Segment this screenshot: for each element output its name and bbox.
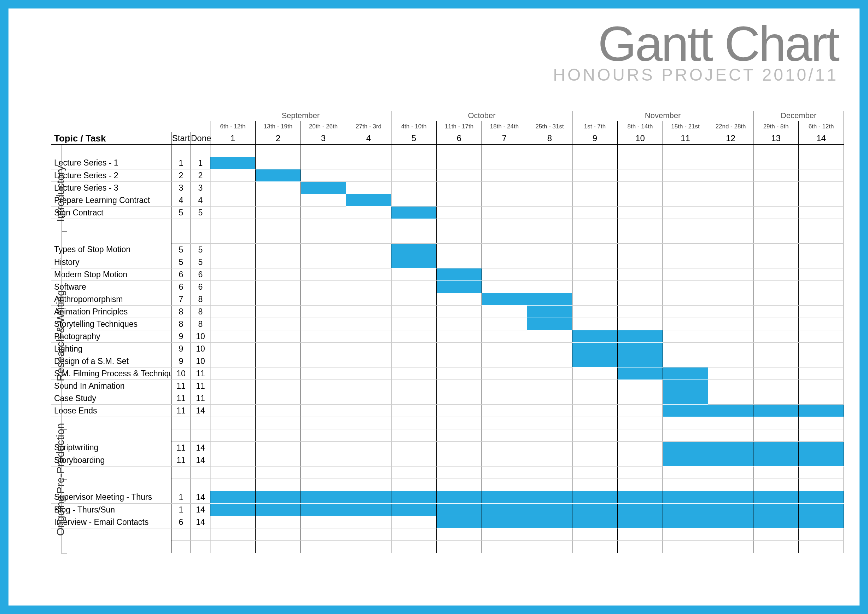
task-name: Interview - Email Contacts: [51, 516, 172, 529]
gantt-cell: [346, 330, 391, 343]
gantt-cell: [437, 256, 482, 268]
gantt-bar: [618, 491, 663, 504]
gantt-cell: [256, 355, 301, 367]
gantt-cell: [391, 330, 437, 343]
gantt-bar: [663, 380, 708, 392]
gantt-cell: [210, 305, 256, 318]
gantt-cell: [256, 380, 301, 392]
gantt-cell: [437, 330, 482, 343]
task-done: 14: [191, 442, 210, 454]
gantt-cell: [346, 454, 391, 467]
week-range: 29th - 5th: [753, 121, 799, 132]
col-header-task: Topic / Task: [51, 132, 172, 145]
gantt-cell: [391, 268, 437, 281]
task-name: [51, 529, 172, 541]
gantt-cell: [437, 194, 482, 206]
gantt-cell: [618, 442, 663, 454]
gantt-bar: [391, 491, 437, 504]
gantt-cell: [256, 281, 301, 293]
task-name: [51, 145, 172, 157]
spacer-row: [51, 417, 844, 429]
gantt-cell: [437, 442, 482, 454]
gantt-bar: [708, 442, 753, 454]
gantt-cell: [572, 529, 618, 541]
gantt-cell: [437, 417, 482, 429]
gantt-table: SeptemberOctoberNovemberDecember6th - 12…: [51, 111, 844, 553]
gantt-cell: [210, 182, 256, 194]
gantt-cell: [391, 442, 437, 454]
task-name: Anthropomorphism: [51, 293, 172, 305]
task-row: S.M. Filming Process & Techniques1011: [51, 367, 844, 380]
gantt-cell: [753, 467, 799, 479]
gantt-cell: [618, 454, 663, 467]
gantt-cell: [799, 355, 844, 367]
page-subtitle: HONOURS PROJECT 2010/11: [553, 65, 838, 85]
gantt-cell: [210, 145, 256, 157]
gantt-cell: [346, 231, 391, 244]
gantt-cell: [437, 529, 482, 541]
gantt-cell: [210, 231, 256, 244]
gantt-cell: [437, 429, 482, 442]
gantt-cell: [437, 157, 482, 169]
gantt-cell: [256, 244, 301, 256]
gantt-cell: [256, 330, 301, 343]
gantt-bar: [708, 454, 753, 467]
gantt-bar: [527, 305, 572, 318]
gantt-cell: [708, 380, 753, 392]
task-start: 6: [172, 516, 191, 529]
task-done: 5: [191, 206, 210, 219]
gantt-cell: [572, 479, 618, 491]
gantt-bar: [437, 491, 482, 504]
task-start: 6: [172, 268, 191, 281]
gantt-cell: [527, 405, 572, 417]
gantt-cell: [527, 194, 572, 206]
gantt-cell: [391, 454, 437, 467]
gantt-cell: [708, 417, 753, 429]
gantt-cell: [210, 343, 256, 355]
gantt-cell: [256, 256, 301, 268]
gantt-cell: [572, 281, 618, 293]
gantt-cell: [210, 380, 256, 392]
task-name: Storyboarding: [51, 454, 172, 467]
gantt-bar: [210, 491, 256, 504]
spacer-row: [51, 529, 844, 541]
gantt-cell: [391, 318, 437, 330]
gantt-cell: [346, 367, 391, 380]
gantt-cell: [301, 281, 346, 293]
gantt-cell: [663, 145, 708, 157]
task-name: [51, 429, 172, 442]
task-start: 2: [172, 169, 191, 182]
gantt-cell: [482, 380, 527, 392]
gantt-cell: [482, 467, 527, 479]
gantt-bar: [663, 367, 708, 380]
gantt-cell: [618, 305, 663, 318]
task-name: Design of a S.M. Set: [51, 355, 172, 367]
gantt-cell: [346, 541, 391, 553]
gantt-bar: [482, 504, 527, 516]
gantt-cell: [799, 367, 844, 380]
gantt-cell: [799, 281, 844, 293]
task-row: Photography910: [51, 330, 844, 343]
gantt-cell: [753, 268, 799, 281]
gantt-cell: [482, 305, 527, 318]
gantt-cell: [346, 529, 391, 541]
week-range: 22nd - 28th: [708, 121, 753, 132]
week-number: 11: [663, 132, 708, 145]
task-start: 5: [172, 206, 191, 219]
gantt-cell: [437, 244, 482, 256]
task-name: Scriptwriting: [51, 442, 172, 454]
gantt-bar: [572, 330, 618, 343]
gantt-cell: [482, 268, 527, 281]
gantt-cell: [708, 305, 753, 318]
gantt-cell: [346, 268, 391, 281]
gantt-cell: [482, 256, 527, 268]
week-number: 5: [391, 132, 437, 145]
gantt-cell: [391, 281, 437, 293]
gantt-cell: [618, 281, 663, 293]
gantt-cell: [346, 429, 391, 442]
gantt-cell: [618, 318, 663, 330]
task-row: Loose Ends1114: [51, 405, 844, 417]
gantt-cell: [618, 169, 663, 182]
gantt-cell: [572, 219, 618, 231]
week-range: 1st - 7th: [572, 121, 618, 132]
